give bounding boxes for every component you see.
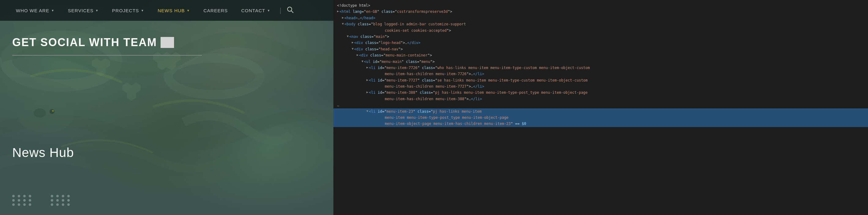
news-hub-section: News Hub: [12, 145, 74, 160]
highlighted-code-line[interactable]: ▼ <li id =" menu-item-23 " class =" pj h…: [333, 108, 868, 127]
code-line: ▼ <body class =" blog logged-in admin-ba…: [337, 21, 864, 27]
chevron-down-icon: ▼: [141, 9, 144, 12]
code-line: ▼ <nav class =" main ">: [337, 34, 864, 40]
code-line: ▶ <html lang =" en-GB " class =" csstran…: [337, 8, 864, 15]
social-heading: GET SOCIAL WITH TEAM: [12, 36, 157, 49]
social-badge: [161, 37, 174, 48]
devtools-panel: <!doctype html> ▶ <html lang =" en-GB " …: [333, 0, 868, 215]
social-underline: [12, 55, 202, 56]
code-line: ▶ <div class =" menu-main-container ">: [337, 52, 864, 58]
nav-services[interactable]: SERVICES ▼: [61, 0, 105, 21]
code-line: ▶ <li id =" menu-item-7726 " class =" wh…: [337, 65, 864, 71]
code-line: ▼ <div class =" head-nav ">: [337, 46, 864, 52]
search-button[interactable]: [284, 6, 297, 15]
svg-point-3: [18, 99, 73, 133]
nav-projects[interactable]: PROJECTS ▼: [105, 0, 151, 21]
code-line: ▼ <li id =" menu-item-23 " class =" pj h…: [337, 108, 864, 114]
code-line: menu-item-has-children menu-item-388 "> …: [337, 96, 864, 102]
code-line: ▼ <ul id =" menu-main " class =" menu ">: [337, 59, 864, 65]
code-line: <!doctype html>: [337, 2, 864, 8]
code-line: ▶ <div class =" logo-head "> … </div>: [337, 40, 864, 46]
nav-contact[interactable]: CONTACT ▼: [235, 0, 277, 21]
code-line: menu-item menu-item-type-post_type menu-…: [337, 114, 864, 121]
social-banner: GET SOCIAL WITH TEAM: [12, 36, 321, 49]
code-line: menu-item-has-children menu-item-7727 ">…: [337, 83, 864, 89]
nav-careers[interactable]: CAREERS: [197, 0, 235, 21]
page-title: News Hub: [12, 145, 74, 160]
website-panel: WHO WE ARE ▼ SERVICES ▼ PROJECTS ▼ NEWS …: [0, 0, 333, 215]
code-line: cookies-set cookies-accepted ">: [337, 28, 864, 34]
chevron-down-icon: ▼: [187, 9, 190, 12]
chevron-down-icon: ▼: [51, 9, 55, 12]
nav-divider: |: [277, 6, 284, 14]
code-line: ▶ <head> … </head>: [337, 15, 864, 21]
svg-point-4: [34, 108, 46, 117]
svg-point-7: [287, 7, 292, 11]
hero-area: GET SOCIAL WITH TEAM: [0, 21, 333, 65]
chevron-down-icon: ▼: [267, 9, 270, 12]
devtools-code-view[interactable]: <!doctype html> ▶ <html lang =" en-GB " …: [333, 0, 868, 215]
svg-point-6: [52, 110, 54, 112]
code-line: …: [337, 102, 864, 108]
chevron-down-icon: ▼: [95, 9, 99, 12]
main-navigation: WHO WE ARE ▼ SERVICES ▼ PROJECTS ▼ NEWS …: [0, 0, 333, 21]
code-line: menu-item-has-children menu-item-7726 ">…: [337, 71, 864, 77]
svg-line-8: [291, 11, 293, 13]
code-line: ▶ <li id =" menu-item-7727 " class =" se…: [337, 77, 864, 83]
nav-news-hub[interactable]: NEWS HUB ▼: [151, 0, 197, 21]
code-line: ▶ <li id =" menu-item-388 " class =" pj …: [337, 89, 864, 96]
svg-point-5: [50, 109, 55, 114]
nav-who-we-are[interactable]: WHO WE ARE ▼: [9, 0, 61, 21]
decorative-dots: [12, 195, 71, 206]
code-line: menu-item-object-page menu-item-has-chil…: [337, 121, 864, 127]
